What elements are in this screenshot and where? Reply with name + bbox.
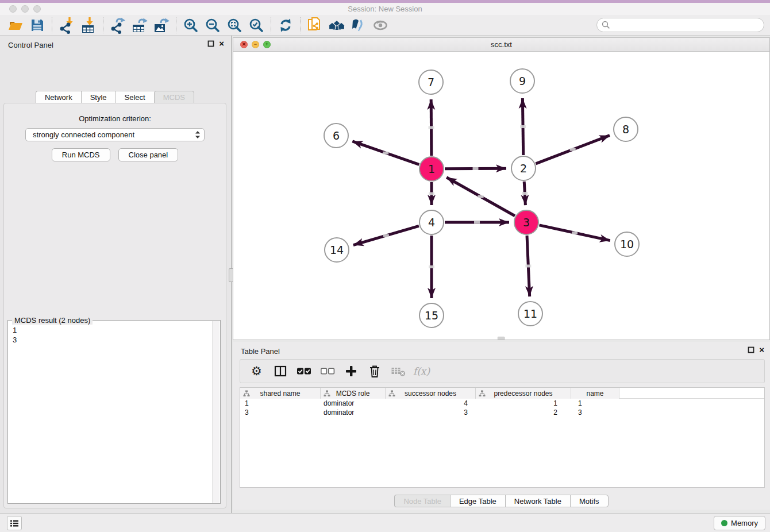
- tab-motifs[interactable]: Motifs: [570, 495, 609, 507]
- search-box[interactable]: [596, 18, 764, 32]
- close-panel-icon[interactable]: ×: [759, 346, 764, 353]
- hierarchy-icon: [479, 390, 486, 397]
- svg-text:3: 3: [523, 216, 530, 229]
- save-session-button[interactable]: [26, 16, 48, 34]
- add-column-button[interactable]: [340, 361, 361, 381]
- duplicate-network-button[interactable]: [304, 16, 326, 34]
- close-panel-icon[interactable]: ×: [219, 40, 224, 47]
- svg-text:8: 8: [622, 123, 629, 136]
- graph-node-7[interactable]: 7: [419, 70, 443, 94]
- column-layout-button[interactable]: [270, 361, 291, 381]
- apply-function-button[interactable]: f(x): [411, 361, 432, 381]
- import-table-button[interactable]: [78, 16, 99, 34]
- export-network-button[interactable]: [107, 16, 129, 34]
- result-scrollbar[interactable]: [212, 321, 220, 503]
- table-row[interactable]: 3 dominator 3 2 3: [240, 408, 764, 417]
- graph-node-8[interactable]: 8: [614, 117, 638, 141]
- app-title: Session: New Session: [0, 5, 770, 13]
- result-line: 3: [13, 336, 17, 344]
- memory-button[interactable]: Memory: [714, 516, 765, 530]
- float-panel-icon[interactable]: [207, 40, 214, 47]
- import-network-button[interactable]: [56, 16, 78, 34]
- hierarchy-icon: [243, 390, 250, 397]
- tab-mcds[interactable]: MCDS: [154, 91, 194, 103]
- export-table-button[interactable]: [129, 16, 151, 34]
- cell-predecessor-nodes[interactable]: 2: [476, 408, 571, 417]
- checked-boxes-icon: [297, 367, 311, 375]
- run-mcds-button[interactable]: Run MCDS: [52, 148, 110, 161]
- delete-table-icon: [391, 365, 406, 377]
- cell-mcds-role[interactable]: dominator: [321, 399, 386, 408]
- zoom-in-button[interactable]: [180, 16, 202, 34]
- svg-text:11: 11: [523, 307, 537, 320]
- criterion-value: strongly connected component: [33, 130, 195, 139]
- refresh-view-button[interactable]: [275, 16, 297, 34]
- search-icon: [602, 21, 610, 29]
- graph-node-15[interactable]: 15: [419, 303, 444, 327]
- network-canvas[interactable]: 7968124314101511: [233, 52, 769, 340]
- graph-node-10[interactable]: 10: [615, 232, 639, 256]
- list-icon: [10, 519, 19, 527]
- select-all-checks-button[interactable]: [293, 361, 314, 381]
- cell-shared-name[interactable]: 1: [240, 399, 321, 408]
- table-panel: Table Panel × ⚙: [233, 342, 770, 510]
- select-stepper-icon: [195, 130, 201, 139]
- columns-icon: [274, 365, 287, 377]
- graph-node-11[interactable]: 11: [518, 302, 542, 326]
- toolbar-separator: [300, 17, 301, 33]
- toggle-graphics-details-button[interactable]: [369, 16, 391, 34]
- graph-node-3[interactable]: 3: [514, 210, 538, 234]
- float-panel-icon[interactable]: [748, 346, 754, 353]
- column-header-shared-name[interactable]: shared name: [240, 388, 321, 399]
- search-input[interactable]: [610, 20, 764, 31]
- tab-node-table[interactable]: Node Table: [394, 495, 450, 507]
- task-history-button[interactable]: [7, 516, 22, 530]
- cell-mcds-role[interactable]: dominator: [321, 408, 386, 417]
- cell-name[interactable]: 3: [571, 408, 619, 417]
- table-settings-button[interactable]: ⚙: [246, 361, 267, 381]
- zoom-fit-button[interactable]: [224, 16, 245, 34]
- cell-shared-name[interactable]: 3: [240, 408, 321, 417]
- apply-style-button[interactable]: [348, 16, 369, 34]
- tab-edge-table[interactable]: Edge Table: [450, 495, 505, 507]
- network-view[interactable]: 7968124314101511: [233, 52, 769, 340]
- table-row[interactable]: 1 dominator 4 1 1: [240, 399, 764, 408]
- node-table: shared name MCDS role successor nodes pr…: [240, 387, 765, 488]
- hierarchy-icon: [324, 390, 330, 397]
- memory-label: Memory: [731, 519, 758, 527]
- cell-successor-nodes[interactable]: 4: [386, 399, 476, 408]
- graph-node-4[interactable]: 4: [419, 210, 444, 234]
- column-header-name[interactable]: name: [571, 388, 619, 399]
- graph-node-2[interactable]: 2: [511, 156, 536, 180]
- close-panel-button[interactable]: Close panel: [118, 148, 179, 161]
- tab-style[interactable]: Style: [81, 91, 116, 103]
- zoom-out-button[interactable]: [202, 16, 224, 34]
- cell-successor-nodes[interactable]: 3: [386, 408, 476, 417]
- network-table-splitter-grip[interactable]: [498, 337, 505, 340]
- save-icon: [30, 18, 45, 33]
- delete-table-button[interactable]: [387, 361, 409, 381]
- cell-name[interactable]: 1: [571, 399, 619, 408]
- graph-node-1[interactable]: 1: [419, 157, 444, 181]
- column-header-successor-nodes[interactable]: successor nodes: [386, 388, 476, 399]
- column-header-mcds-role[interactable]: MCDS role: [321, 388, 386, 399]
- open-file-button[interactable]: [5, 16, 26, 34]
- column-header-predecessor-nodes[interactable]: predecessor nodes: [476, 388, 571, 399]
- graph-node-6[interactable]: 6: [324, 124, 348, 148]
- gear-icon: ⚙: [251, 365, 262, 377]
- mcds-result-text[interactable]: 1 3: [9, 322, 211, 502]
- graph-node-14[interactable]: 14: [325, 238, 349, 262]
- tab-select[interactable]: Select: [116, 91, 154, 103]
- graph-node-9[interactable]: 9: [510, 69, 534, 93]
- svg-text:6: 6: [333, 129, 340, 142]
- tab-network-table[interactable]: Network Table: [505, 495, 570, 507]
- optimization-criterion-label: Optimization criterion:: [4, 114, 226, 123]
- cell-predecessor-nodes[interactable]: 1: [476, 399, 571, 408]
- layout-home-button[interactable]: [326, 16, 348, 34]
- zoom-selected-button[interactable]: [245, 16, 267, 34]
- delete-column-button[interactable]: [364, 361, 385, 381]
- tab-network[interactable]: Network: [36, 91, 81, 103]
- export-image-button[interactable]: [151, 16, 172, 34]
- clear-all-checks-button[interactable]: [317, 361, 338, 381]
- criterion-select[interactable]: strongly connected component: [25, 128, 205, 141]
